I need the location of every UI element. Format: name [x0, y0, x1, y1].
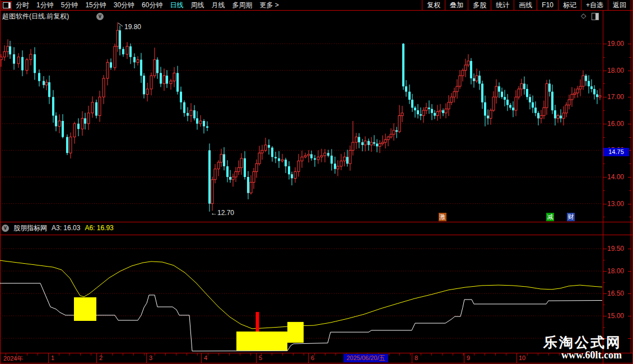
- time-minor-tick: [548, 353, 549, 356]
- time-minor-tick: [591, 353, 592, 356]
- price-tick: [603, 177, 607, 178]
- time-minor-tick: [250, 353, 251, 356]
- time-minor-tick: [27, 353, 27, 356]
- time-minor-tick: [602, 353, 602, 356]
- price-axis-label: 14.00: [607, 173, 624, 181]
- menu-item-5分钟[interactable]: 5分钟: [61, 0, 78, 10]
- price-axis-label: 19.00: [607, 40, 624, 48]
- period-menubar: 分时1分钟5分钟15分钟30分钟60分钟日线周线月线多周期更多 > 复权叠加多股…: [0, 0, 633, 11]
- time-minor-tick: [559, 353, 560, 356]
- price-minor-tick: [603, 137, 605, 138]
- price-minor-tick: [603, 217, 605, 217]
- time-minor-tick: [570, 353, 570, 356]
- time-minor-tick: [421, 353, 421, 356]
- time-minor-tick: [304, 353, 304, 356]
- time-axis: 2024年12345689102025/06/20/五: [0, 353, 633, 363]
- time-minor-tick: [80, 353, 81, 356]
- time-minor-tick: [144, 353, 145, 356]
- price-minor-tick: [603, 110, 605, 111]
- price-tick: [603, 124, 607, 124]
- svg-text:19.80: 19.80: [124, 23, 141, 31]
- indicator-minor-tick: [603, 282, 605, 283]
- panel-divider[interactable]: [0, 222, 633, 222]
- menu-item-画线[interactable]: 画线: [514, 0, 537, 10]
- time-minor-tick: [336, 353, 336, 356]
- menu-item-日线[interactable]: 日线: [170, 0, 183, 10]
- event-badge-激[interactable]: 激: [439, 213, 446, 221]
- menu-item-复权[interactable]: 复权: [422, 0, 445, 10]
- menu-item-统计[interactable]: 统计: [491, 0, 514, 10]
- time-minor-tick: [506, 353, 506, 356]
- price-minor-tick: [629, 110, 631, 111]
- month-label-2024年: 2024年: [3, 354, 23, 363]
- time-minor-tick: [38, 353, 38, 356]
- time-minor-tick: [218, 353, 219, 356]
- time-minor-tick: [208, 353, 208, 356]
- last-price-tag: 14.75: [603, 148, 629, 156]
- indicator-tick: [603, 271, 607, 272]
- time-minor-tick: [538, 353, 538, 356]
- menu-item-周线[interactable]: 周线: [190, 0, 204, 10]
- menu-item-标记[interactable]: 标记: [558, 0, 581, 10]
- event-badge-减[interactable]: 减: [546, 213, 554, 221]
- indicator-a3-value: A3: 16.03: [52, 224, 80, 232]
- month-label-5: 5: [259, 354, 262, 361]
- title-dropdown-icon[interactable]: ∨: [96, 13, 104, 20]
- trading-app-window: 分时1分钟5分钟15分钟30分钟60分钟日线周线月线多周期更多 > 复权叠加多股…: [0, 0, 633, 364]
- indicator-tick: [628, 249, 631, 249]
- layout-toggle-icon[interactable]: [592, 13, 599, 20]
- candlestick-chart[interactable]: 19.80←12.70: [0, 21, 603, 222]
- price-tick: [628, 177, 631, 178]
- menu-item-15分钟[interactable]: 15分钟: [85, 0, 106, 10]
- event-badge-财[interactable]: 财: [567, 213, 575, 221]
- indicator-tick: [628, 271, 631, 272]
- indicator-name[interactable]: 股朋指标网: [13, 223, 47, 233]
- time-minor-tick: [293, 353, 294, 356]
- menu-item-60分钟[interactable]: 60分钟: [142, 0, 162, 10]
- indicator-chart[interactable]: [0, 235, 603, 353]
- month-label-10: 10: [519, 354, 525, 361]
- period-menu: 分时1分钟5分钟15分钟30分钟60分钟日线周线月线多周期更多 >: [0, 0, 279, 10]
- indicator-a6-value: A6: 16.93: [85, 224, 113, 232]
- menu-item-30分钟[interactable]: 30分钟: [114, 0, 134, 10]
- menu-item-分时[interactable]: 分时: [16, 0, 29, 10]
- chart-title: 超图软件(日线.前复权): [2, 12, 69, 21]
- indicator-tick: [603, 249, 607, 249]
- month-separator: [516, 353, 517, 363]
- window-panel-icon[interactable]: [1, 1, 12, 10]
- price-minor-tick: [629, 57, 631, 58]
- indicator-axis-label: 19.50: [607, 245, 624, 253]
- month-separator: [96, 353, 97, 363]
- time-minor-tick: [485, 353, 485, 356]
- time-minor-tick: [69, 353, 70, 356]
- axis-separator: [603, 10, 603, 364]
- price-tick: [628, 204, 631, 204]
- month-separator: [256, 353, 257, 363]
- indicator-dropdown-icon[interactable]: ∨: [2, 225, 9, 232]
- month-label-4: 4: [204, 354, 207, 361]
- price-minor-tick: [603, 83, 605, 84]
- menu-item-1分钟[interactable]: 1分钟: [36, 0, 54, 10]
- menu-item-叠加[interactable]: 叠加: [445, 0, 468, 10]
- indicator-minor-tick: [603, 260, 605, 260]
- menu-item-F10[interactable]: F10: [537, 0, 558, 10]
- diamond-icon[interactable]: ◇: [581, 12, 586, 20]
- menu-item-+自选[interactable]: +自选: [581, 0, 608, 10]
- price-minor-tick: [629, 83, 631, 84]
- menu-item-多股[interactable]: 多股: [468, 0, 491, 10]
- month-separator: [201, 353, 202, 363]
- price-minor-tick: [603, 190, 605, 191]
- time-minor-tick: [325, 353, 325, 356]
- price-tick: [603, 44, 607, 44]
- time-minor-tick: [165, 353, 166, 356]
- date-tag: 2025/06/20/五: [343, 354, 388, 362]
- price-axis-label: 16.00: [607, 120, 624, 128]
- time-minor-tick: [453, 353, 453, 356]
- menu-item-多周期[interactable]: 多周期: [232, 0, 252, 10]
- svg-text:←12.70: ←12.70: [211, 209, 234, 217]
- time-minor-tick: [282, 353, 283, 356]
- menu-item-更多 >[interactable]: 更多 >: [259, 0, 278, 10]
- menu-item-月线[interactable]: 月线: [211, 0, 225, 10]
- menu-item-返回[interactable]: 返回: [608, 0, 631, 10]
- price-tick: [628, 124, 631, 124]
